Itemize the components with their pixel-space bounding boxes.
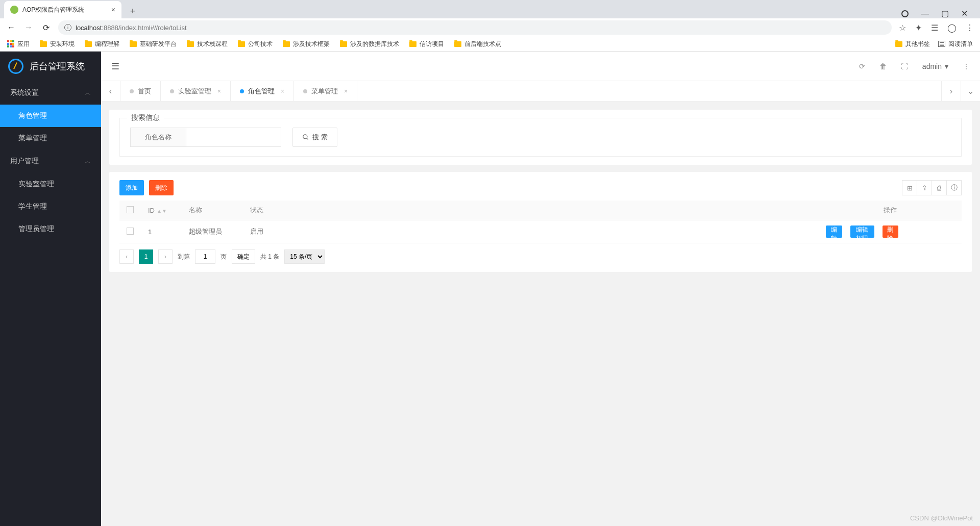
reload-button[interactable]: ⟳ — [41, 23, 51, 33]
tab-dot-icon — [240, 89, 244, 93]
topbar: ☰ ⟳ 🗑 ⛶ admin ▾ ⋮ — [101, 52, 980, 81]
close-tab-icon[interactable]: × — [111, 6, 115, 14]
bookmark-item[interactable]: 安装环境 — [40, 40, 75, 48]
tab-role[interactable]: 角色管理× — [231, 81, 294, 101]
window-controls: — ▢ ✕ — [901, 9, 976, 18]
role-name-input[interactable] — [186, 128, 281, 147]
bookmark-item[interactable]: 信访项目 — [409, 40, 444, 48]
goto-confirm-button[interactable]: 确定 — [232, 249, 255, 264]
reading-list[interactable]: 阅读清单 — [938, 40, 973, 48]
menu-group-system: 系统设置 ︿ 角色管理 菜单管理 — [0, 81, 101, 149]
apps-shortcut[interactable]: 应用 — [7, 40, 30, 48]
print-icon[interactable]: ⎙ — [932, 180, 947, 195]
row-delete-button[interactable]: 删除 — [883, 226, 899, 238]
watermark: CSDN @OldWinePot — [910, 514, 973, 522]
folder-icon — [895, 41, 902, 47]
tabs-scroll-left[interactable]: ‹ — [101, 81, 120, 101]
caret-down-icon: ▾ — [945, 62, 948, 70]
refresh-icon[interactable]: ⟳ — [859, 62, 865, 70]
reading-icon[interactable]: ☰ — [931, 23, 938, 33]
browser-tab[interactable]: AOP权限后台管理系统 × — [4, 1, 121, 18]
logo-icon — [8, 59, 23, 74]
tab-dot-icon — [303, 89, 307, 93]
minimize-icon[interactable]: — — [921, 9, 929, 18]
select-all-checkbox[interactable] — [127, 206, 134, 213]
search-icon — [302, 134, 309, 141]
back-button[interactable]: ← — [6, 23, 16, 32]
trash-icon[interactable]: 🗑 — [879, 62, 887, 70]
close-window-icon[interactable]: ✕ — [961, 9, 968, 18]
tab-lab[interactable]: 实验室管理× — [161, 81, 231, 101]
close-tab-icon[interactable]: × — [281, 88, 284, 95]
address-bar[interactable]: i localhost:8888/index.html#//role/toLis… — [58, 20, 892, 35]
profile-icon[interactable]: ◯ — [947, 23, 957, 33]
favicon-icon — [10, 6, 18, 14]
sidebar-item-student[interactable]: 学生管理 — [0, 195, 101, 218]
site-info-icon[interactable]: i — [64, 24, 71, 31]
extensions-icon[interactable]: ✦ — [915, 23, 922, 33]
menu-header-user[interactable]: 用户管理 ︿ — [0, 149, 101, 173]
close-tab-icon[interactable]: × — [344, 88, 348, 95]
sidebar-item-role[interactable]: 角色管理 — [0, 105, 101, 127]
delete-button[interactable]: 删除 — [149, 180, 174, 195]
folder-icon — [85, 41, 92, 47]
browser-chrome: AOP权限后台管理系统 × + — ▢ ✕ ← → ⟳ i localhost:… — [0, 0, 980, 52]
sidebar-item-admin[interactable]: 管理员管理 — [0, 218, 101, 240]
folder-icon — [283, 41, 290, 47]
page-prev-button[interactable]: ‹ — [119, 249, 134, 264]
cell-id: 1 — [141, 220, 182, 243]
columns-icon[interactable]: ⊞ — [902, 180, 917, 195]
menu-icon[interactable]: ⋮ — [966, 23, 974, 33]
chevron-up-icon: ︿ — [85, 89, 91, 97]
tabs-scroll-right[interactable]: › — [941, 81, 961, 101]
bookmark-item[interactable]: 公司技术 — [238, 40, 273, 48]
folder-icon — [340, 41, 347, 47]
search-button[interactable]: 搜 索 — [292, 128, 337, 147]
sort-icon[interactable]: ▲▼ — [157, 208, 167, 214]
main-area: ☰ ⟳ 🗑 ⛶ admin ▾ ⋮ ‹ 首页 实验室管理× 角色管理× 菜单管理… — [101, 52, 980, 526]
bookmark-item[interactable]: 前后端技术点 — [454, 40, 501, 48]
menu-header-system[interactable]: 系统设置 ︿ — [0, 81, 101, 105]
export-icon[interactable]: ⇪ — [917, 180, 932, 195]
bookmark-item[interactable]: 编程理解 — [85, 40, 119, 48]
url-path: :8888/index.html#//role/toList — [102, 24, 186, 32]
row-edit-button[interactable]: 编辑 — [826, 226, 842, 238]
bookmark-item[interactable]: 技术栈课程 — [187, 40, 228, 48]
row-checkbox[interactable] — [127, 228, 134, 235]
row-perm-button[interactable]: 编辑权限 — [850, 226, 874, 238]
url-host: localhost — [76, 24, 102, 32]
apps-grid-icon — [7, 40, 14, 47]
user-dropdown[interactable]: admin ▾ — [922, 62, 948, 70]
close-tab-icon[interactable]: × — [217, 88, 221, 95]
new-tab-button[interactable]: + — [126, 4, 140, 18]
bookmark-item[interactable]: 涉及技术框架 — [283, 40, 330, 48]
page-number-button[interactable]: 1 — [139, 249, 153, 264]
star-icon[interactable]: ☆ — [899, 23, 906, 33]
fullscreen-icon[interactable]: ⛶ — [901, 62, 908, 70]
cell-name: 超级管理员 — [182, 220, 243, 243]
sidebar-item-lab[interactable]: 实验室管理 — [0, 173, 101, 195]
table-header-row: ID▲▼ 名称 状态 操作 — [119, 201, 962, 220]
bookmark-item[interactable]: 涉及的数据库技术 — [340, 40, 399, 48]
sidebar-collapse-icon[interactable]: ☰ — [111, 61, 119, 72]
goto-page-input[interactable] — [195, 249, 215, 264]
account-icon[interactable] — [901, 10, 909, 17]
more-icon[interactable]: ⋮ — [963, 62, 970, 70]
tabs-dropdown[interactable]: ⌄ — [961, 81, 980, 101]
goto-suffix: 页 — [220, 253, 227, 261]
forward-button[interactable]: → — [23, 23, 34, 32]
tab-menu[interactable]: 菜单管理× — [294, 81, 357, 101]
sidebar-item-menu[interactable]: 菜单管理 — [0, 127, 101, 149]
fieldset-legend: 搜索信息 — [127, 113, 164, 122]
bookmark-item[interactable]: 基础研发平台 — [130, 40, 177, 48]
cell-status: 启用 — [243, 220, 819, 243]
maximize-icon[interactable]: ▢ — [941, 9, 949, 18]
data-table: ID▲▼ 名称 状态 操作 1 超级管理员 启用 — [119, 201, 962, 243]
add-button[interactable]: 添加 — [119, 180, 144, 195]
other-bookmarks[interactable]: 其他书签 — [895, 40, 930, 48]
help-icon[interactable]: ⓘ — [946, 180, 962, 195]
tab-title: AOP权限后台管理系统 — [22, 6, 84, 14]
page-next-button[interactable]: › — [158, 249, 173, 264]
per-page-select[interactable]: 15 条/页 — [284, 249, 325, 264]
tab-home[interactable]: 首页 — [120, 81, 161, 101]
